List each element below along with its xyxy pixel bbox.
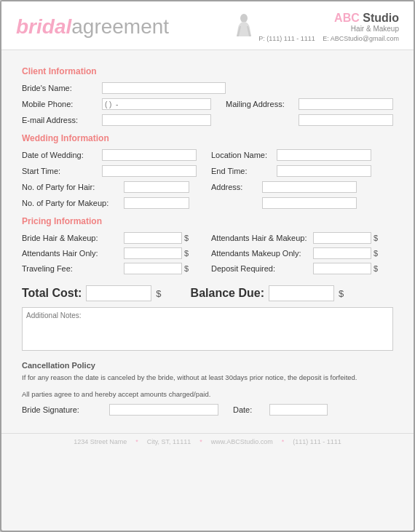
start-time-input[interactable] bbox=[102, 165, 197, 177]
email-label: E-mail Address: bbox=[22, 116, 102, 124]
date-input[interactable] bbox=[269, 404, 328, 416]
attendants-makeup-only-input[interactable] bbox=[313, 247, 371, 259]
pricing-section-title: Pricing Information bbox=[22, 216, 393, 226]
traveling-fee-label: Traveling Fee: bbox=[22, 264, 124, 273]
bride-hair-dollar: $ bbox=[184, 234, 189, 242]
header: bridalagreement ABC Studio Hair & Makeup bbox=[1, 1, 414, 50]
total-cost-input[interactable] bbox=[86, 285, 151, 301]
end-time-input[interactable] bbox=[277, 165, 371, 177]
attendants-hair-only-label: Attendants Hair Only: bbox=[22, 249, 124, 258]
party-hair-label: No. of Party for Hair: bbox=[22, 183, 124, 191]
attendants-makeup-only-label: Attendants Makeup Only: bbox=[211, 249, 313, 258]
mailing-address-line2-input[interactable] bbox=[299, 114, 393, 126]
svg-point-0 bbox=[240, 14, 248, 23]
party-makeup-row: No. of Party for Makeup: bbox=[22, 197, 393, 209]
agreement-text: agreement bbox=[71, 15, 169, 38]
deposit-required-input[interactable] bbox=[313, 263, 371, 274]
bridal-text: bridal bbox=[16, 15, 71, 38]
attendants-makeup-only-dollar: $ bbox=[374, 249, 378, 258]
signature-row: Bride Signature: Date: bbox=[22, 404, 393, 416]
footer-city: City, ST, 11111 bbox=[147, 438, 191, 445]
footer-website: www.ABCStudio.com bbox=[211, 438, 273, 445]
bride-hair-row: Bride Hair & Makeup: $ bbox=[22, 232, 204, 244]
total-cost-label: Total Cost: bbox=[22, 287, 82, 300]
agree-text: All parties agree to and hereby accept a… bbox=[22, 390, 393, 398]
start-time-label: Start Time: bbox=[22, 167, 102, 175]
email-row: E-mail Address: bbox=[22, 114, 393, 126]
wedding-section-title: Wedding Information bbox=[22, 133, 393, 143]
email-input[interactable] bbox=[102, 114, 211, 126]
mobile-phone-input[interactable] bbox=[102, 98, 211, 110]
pricing-columns: Bride Hair & Makeup: $ Attendants Hair O… bbox=[22, 232, 393, 278]
address-input[interactable] bbox=[262, 181, 357, 193]
balance-due-dollar: $ bbox=[339, 288, 344, 299]
traveling-fee-dollar: $ bbox=[184, 264, 189, 273]
date-input[interactable] bbox=[102, 149, 197, 161]
date-label: Date of Wedding: bbox=[22, 151, 102, 159]
traveling-fee-input[interactable] bbox=[124, 263, 182, 274]
time-row: Start Time: End Time: bbox=[22, 165, 393, 177]
header-email: E: ABCStudio@gmail.com bbox=[323, 35, 399, 42]
party-makeup-input[interactable] bbox=[124, 197, 189, 209]
attendants-makeup-only-row: Attendants Makeup Only: $ bbox=[211, 247, 393, 259]
mailing-address-input[interactable] bbox=[299, 98, 393, 110]
studio-info: ABC Studio Hair & Makeup P: (111) 111 - … bbox=[234, 12, 399, 42]
attendants-hair-makeup-input[interactable] bbox=[313, 232, 371, 244]
attendants-hair-makeup-dollar: $ bbox=[374, 234, 378, 242]
traveling-fee-row: Traveling Fee: $ bbox=[22, 263, 204, 274]
party-makeup-label: No. of Party for Makeup: bbox=[22, 199, 124, 207]
total-cost-dollar: $ bbox=[156, 288, 161, 299]
end-time-label: End Time: bbox=[211, 167, 277, 175]
bride-hair-input[interactable] bbox=[124, 232, 182, 244]
contact-info: P: (111) 111 - 1111 E: ABCStudio@gmail.c… bbox=[258, 35, 399, 42]
policy-title: Cancellation Policy bbox=[22, 361, 393, 370]
client-section-title: Client Information bbox=[22, 66, 393, 76]
party-hair-input[interactable] bbox=[124, 181, 189, 193]
mailing-address-label: Mailing Address: bbox=[226, 100, 299, 108]
footer-dot3: * bbox=[282, 438, 285, 445]
footer-address: 1234 Street Name bbox=[74, 438, 127, 445]
studio-sub: Hair & Makeup bbox=[258, 25, 399, 33]
content: Client Information Bride's Name: Mobile … bbox=[1, 50, 414, 423]
brides-name-input[interactable] bbox=[102, 82, 226, 94]
pricing-right: Attendants Hair & Makeup: $ Attendants M… bbox=[211, 232, 393, 278]
address-line2-input[interactable] bbox=[262, 197, 357, 209]
party-hair-row: No. of Party for Hair: Address: bbox=[22, 181, 393, 193]
attendants-hair-only-input[interactable] bbox=[124, 247, 182, 259]
date-location-row: Date of Wedding: Location Name: bbox=[22, 149, 393, 161]
studio-name: ABC Studio bbox=[258, 12, 399, 25]
date-label: Date: bbox=[233, 405, 255, 414]
deposit-required-row: Deposit Required: $ bbox=[211, 263, 393, 274]
header-phone: P: (111) 111 - 1111 bbox=[258, 35, 315, 42]
attendants-hair-makeup-label: Attendants Hair & Makeup: bbox=[211, 234, 313, 242]
attendants-hair-only-dollar: $ bbox=[184, 249, 189, 258]
brides-name-row: Bride's Name: bbox=[22, 82, 393, 94]
deposit-required-label: Deposit Required: bbox=[211, 264, 313, 273]
balance-due-input[interactable] bbox=[269, 285, 334, 301]
bride-signature-input[interactable] bbox=[109, 404, 218, 416]
bride-hair-label: Bride Hair & Makeup: bbox=[22, 234, 124, 242]
phone-address-row: Mobile Phone: Mailing Address: bbox=[22, 98, 393, 110]
additional-notes-input[interactable] bbox=[22, 307, 393, 351]
total-cost-block: Total Cost: $ bbox=[22, 285, 162, 301]
footer: 1234 Street Name * City, ST, 11111 * www… bbox=[1, 433, 414, 450]
lady-icon bbox=[234, 13, 254, 39]
balance-due-label: Balance Due: bbox=[191, 287, 264, 300]
mobile-phone-label: Mobile Phone: bbox=[22, 100, 102, 108]
logo-title: bridalagreement bbox=[16, 15, 169, 39]
location-input[interactable] bbox=[277, 149, 371, 161]
brides-name-label: Bride's Name: bbox=[22, 84, 102, 92]
location-label: Location Name: bbox=[211, 151, 277, 159]
page: bridalagreement ABC Studio Hair & Makeup bbox=[0, 0, 415, 532]
deposit-required-dollar: $ bbox=[374, 264, 378, 273]
footer-dot1: * bbox=[135, 438, 138, 445]
totals-row: Total Cost: $ Balance Due: $ bbox=[22, 285, 393, 301]
balance-due-block: Balance Due: $ bbox=[191, 285, 344, 301]
pricing-left: Bride Hair & Makeup: $ Attendants Hair O… bbox=[22, 232, 204, 278]
bride-signature-label: Bride Signature: bbox=[22, 405, 95, 414]
policy-text: If for any reason the date is canceled b… bbox=[22, 373, 393, 383]
policy-section: Cancellation Policy If for any reason th… bbox=[22, 361, 393, 383]
footer-phone: (111) 111 - 1111 bbox=[293, 438, 341, 445]
attendants-hair-makeup-row: Attendants Hair & Makeup: $ bbox=[211, 232, 393, 244]
address-label: Address: bbox=[211, 183, 262, 191]
